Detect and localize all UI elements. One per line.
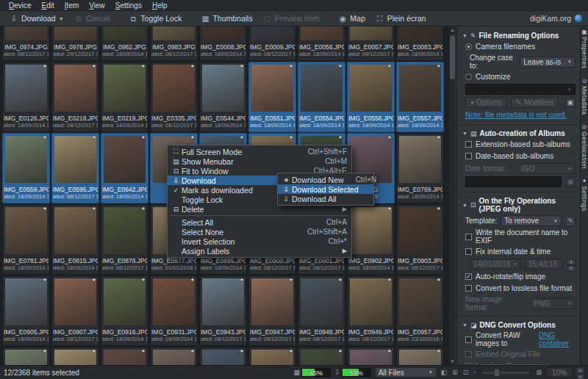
time-spin-buttons[interactable]: ▲▼ xyxy=(567,259,576,270)
toolbar-thumbnails-button[interactable]: ▦Thumbnails xyxy=(196,12,257,24)
thumbnail-cell[interactable]: ★IMG_0978.JPGated: 29/12/2017 19 xyxy=(51,26,99,61)
thumbnail-cell[interactable]: ★IMG_E0905.JPGated: 18/09/2014 15 xyxy=(2,275,50,346)
thumbnail-size-slider[interactable] xyxy=(482,372,529,374)
rename-help-button[interactable]: ▣ xyxy=(565,98,576,108)
menu-item-show-menubar[interactable]: ▤Show MenubarCtrl+M xyxy=(168,156,351,166)
ext-subalbums-row[interactable]: Extension-based sub-albums xyxy=(465,140,576,149)
thumbnail-cell[interactable]: ★IMG_0982.JPGated: 18/09/2014 15 xyxy=(101,26,148,61)
thumbnail-cell[interactable]: ★IMG_E0957.JPGated: 23/10/2016 17 xyxy=(396,275,444,346)
fix-date-row[interactable]: Fix internal date & time xyxy=(465,247,576,256)
zoom-1to1-icon[interactable]: ⊞ xyxy=(451,369,459,376)
menu-item-download-all[interactable]: ⇩Download All xyxy=(278,194,373,203)
camera-filenames-radio-row[interactable]: Camera filenames xyxy=(465,42,576,51)
toolbar-download-button[interactable]: ⇩Download▼ xyxy=(5,12,68,24)
thumbnail-cell[interactable]: ★IMG_E0551.JPGated: 18/09/2014 15 xyxy=(248,62,296,132)
thumbnail-cell[interactable]: ★ xyxy=(2,347,50,365)
menubar-item-edit[interactable]: Edit xyxy=(37,1,59,10)
thumbnail-cell[interactable]: ★IMG_E0559.JPGated: 18/09/2014 15 xyxy=(2,133,50,203)
thumbnail-cell[interactable]: ★ xyxy=(51,347,99,365)
menu-item-assign-labels[interactable]: Assign Labels▶ xyxy=(168,246,351,256)
checkbox-icon[interactable] xyxy=(465,153,472,159)
thumbnail-cell[interactable]: ★IMG_E0083.JPGated: 18/09/2014 15 xyxy=(396,26,444,61)
thumbnail-cell[interactable]: ★IMG_E0903.JPGated: 08/12/2017 18 xyxy=(396,204,444,275)
rename-pattern-input[interactable]: ▼ xyxy=(465,84,576,95)
thumbnail-cell[interactable]: ★ xyxy=(396,347,444,365)
dng-container-link[interactable]: DNG container xyxy=(539,331,576,347)
scroll-down-icon[interactable]: ▼ xyxy=(449,358,456,365)
spin-down-icon[interactable]: ▼ xyxy=(567,265,576,272)
date-format-select[interactable]: ISO ▼ xyxy=(518,163,576,174)
template-select[interactable]: To remove ▼ xyxy=(501,215,562,226)
thumbnail-cell[interactable]: ★IMG_E0948.JPGated: 08/12/2017 18 xyxy=(298,275,345,346)
menubar-item-view[interactable]: View xyxy=(85,1,110,10)
menu-item-select-none[interactable]: Select NoneCtrl+Shift+A xyxy=(168,227,351,237)
section-auto-albums[interactable]: ▼ ▤ Auto-creation of Albums xyxy=(462,129,576,137)
lossless-convert-row[interactable]: Convert to lossless file format xyxy=(465,284,576,293)
toolbar-toggle-lock-button[interactable]: ◘Toggle Lock xyxy=(124,12,186,24)
toolbar-map-button[interactable]: ◉Map xyxy=(334,12,369,24)
thumbnail-cell[interactable]: ★IMG_E0815.JPGated: 18/09/2014 15 xyxy=(51,204,99,275)
menubar-item-settings[interactable]: Settings xyxy=(111,1,146,10)
template-edit-button[interactable]: ✎ xyxy=(565,216,576,226)
options-button[interactable]: ▾ Options xyxy=(465,97,507,108)
checkbox-icon[interactable] xyxy=(465,234,472,240)
checkbox-icon[interactable] xyxy=(465,285,472,292)
spin-up-icon[interactable]: ▲ xyxy=(576,367,584,374)
menubar-item-help[interactable]: Help xyxy=(148,1,172,10)
thumbnail-cell[interactable]: ★ xyxy=(248,347,296,365)
menu-item-invert-selection[interactable]: Invert SelectionCtrl+* xyxy=(168,237,351,246)
thumbnail-cell[interactable]: ★IMG_E0544.JPGated: 18/09/2014 15 xyxy=(199,62,247,132)
file-filter-select[interactable]: All Files ▼ xyxy=(375,367,437,378)
thumbnail-cell[interactable]: ★IMG_E0781.JPGated: 18/09/2014 15 xyxy=(2,204,50,275)
thumbnail-cell[interactable]: ★IMG_E0902.JPGated: 18/09/2014 15 xyxy=(347,204,395,275)
thumbnail-cell[interactable]: ★IMG_E0126.JPGated: 18/09/2014 15 xyxy=(2,62,50,132)
thumbnail-cell[interactable]: ★IMG_E0057.JPGated: 08/12/2017 18 xyxy=(347,26,395,61)
menu-item-full-screen-mode[interactable]: ⛶Full Screen ModeCtrl+Shift+F xyxy=(168,147,351,156)
date-subalbums-row[interactable]: Date-based sub-albums xyxy=(465,151,576,161)
checkbox-icon[interactable] xyxy=(465,351,472,358)
tab-geolocation[interactable]: ◎Geolocation xyxy=(581,123,588,169)
autorotate-row[interactable]: ✓ Auto-rotate/flip image xyxy=(465,272,576,281)
thumbnail-cell[interactable]: ★IMG_E0056.JPGated: 18/09/2014 15 xyxy=(298,26,345,61)
thumbnail-cell[interactable]: ★IMG_E0916.JPGated: 18/09/2014 15 xyxy=(101,275,148,346)
date-picker[interactable]: 14/01/2018 ▼ xyxy=(470,259,521,270)
thumbnail-cell[interactable]: ★ xyxy=(199,347,247,365)
zoom-spin-buttons[interactable]: ▲▼ xyxy=(576,367,584,378)
thumbnail-cell[interactable]: ★IMG_E0009.JPGated: 08/12/2017 18 xyxy=(248,26,296,61)
checkbox-icon[interactable] xyxy=(465,248,472,255)
spin-down-icon[interactable]: ▼ xyxy=(576,374,584,379)
toolbar-cancel-button[interactable]: ⊘Cancel xyxy=(70,12,115,24)
checkbox-icon[interactable] xyxy=(465,336,472,343)
scroll-up-icon[interactable]: ▲ xyxy=(449,26,456,34)
modifiers-button[interactable]: ✎ Modifiers xyxy=(511,97,559,108)
convert-raw-row[interactable]: Convert RAW images to DNG container xyxy=(465,331,576,347)
menu-item-download-new[interactable]: ★Download NewCtrl+N xyxy=(278,175,373,184)
zoom-percent-box[interactable]: 10% xyxy=(546,367,573,378)
thumbnail-cell[interactable]: ★IMG_E0943.JPGated: 08/12/2017 18 xyxy=(199,275,247,346)
thumbnail-cell[interactable]: ★ xyxy=(101,347,148,365)
thumbnail-cell[interactable]: ★IMG_E0219.JPGated: 18/09/2014 15 xyxy=(101,62,148,132)
grid-scrollbar[interactable]: ▲ ▼ xyxy=(448,26,456,365)
tab-properties[interactable]: ▣Properties xyxy=(581,29,588,69)
menu-item-select-all[interactable]: Select AllCtrl+A xyxy=(168,217,351,227)
thumbnail-cell[interactable]: ★IMG_E0595.JPGated: 08/12/2017 18 xyxy=(51,133,99,203)
zoom-in-icon[interactable]: ▫ xyxy=(473,369,476,376)
menubar-item-item[interactable]: Item xyxy=(60,1,83,10)
tab-settings[interactable]: ✦Settings xyxy=(581,178,588,212)
change-case-select[interactable]: Leave as-is ▼ xyxy=(520,57,576,68)
zoom-fit-icon[interactable]: ◧ xyxy=(440,369,448,376)
thumbnail-cell[interactable]: ★IMG_E0335.JPGated: 06/12/2017 16 xyxy=(150,62,198,132)
thumbnail-cell[interactable]: ★IMG_E0769.JPGated: 18/09/2014 15 xyxy=(396,133,444,203)
thumbnail-cell[interactable]: ★IMG_E0008.JPGated: 18/09/2014 15 xyxy=(199,26,247,61)
menu-item-download-selected[interactable]: ⇩Download Selected xyxy=(278,184,373,194)
metadata-note-link[interactable]: Note: file metadata is not used. xyxy=(465,111,567,119)
thumbnail-cell[interactable]: ★IMG_E0949.JPGated: 08/12/2017 18 xyxy=(347,275,395,346)
menubar-item-device[interactable]: Device xyxy=(4,1,36,10)
thumbnail-cell[interactable]: ★IMG_E0642.JPGated: 18/09/2014 15 xyxy=(101,133,148,203)
thumbnail-cell[interactable]: ★IMG_E0931.JPGated: 18/09/2014 15 xyxy=(150,275,198,346)
toolbar-preview-item-button[interactable]: ▢Preview Item xyxy=(259,12,324,24)
section-file-renaming[interactable]: ▼ ✎ File Renaming Options xyxy=(462,32,576,40)
thumbnail-cell[interactable]: ★IMG_0974.JPGated: 08/12/2017 10 xyxy=(2,26,50,61)
thumbnail-cell[interactable]: ★IMG_E0876.JPGated: 08/12/2017 18 xyxy=(101,204,148,275)
thumbnail-cell[interactable]: ★ xyxy=(150,347,198,365)
